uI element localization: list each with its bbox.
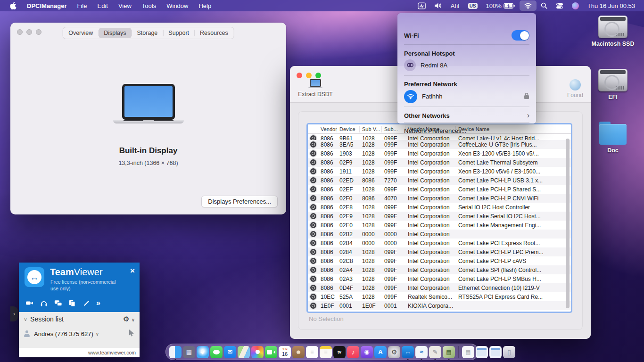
dock-item-system-preferences[interactable]: ⚙ (388, 346, 400, 358)
table-row[interactable]: 808602841028099FIntel CorporationComet L… (308, 247, 571, 256)
table-row[interactable]: 808602EF1028099FIntel CorporationComet L… (308, 185, 571, 194)
apple-menu[interactable] (5, 0, 22, 11)
activity-monitor-icon[interactable] (413, 0, 430, 11)
copy-icon[interactable] (69, 300, 76, 307)
table-row[interactable]: 80863EA51028099FIntel CorporationCoffeeL… (308, 140, 571, 149)
video-icon[interactable] (25, 300, 33, 306)
siri-icon[interactable] (568, 0, 583, 11)
column-header[interactable]: Sub... (382, 126, 405, 132)
dock-item-minimized-window-1[interactable] (476, 346, 488, 358)
dock-item-podcasts[interactable]: ◉ (361, 346, 373, 358)
dock-item-teamviewer[interactable]: ↔ (402, 346, 414, 358)
tab-overview[interactable]: Overview (63, 28, 98, 38)
dock-item-mail[interactable]: ✉ (224, 346, 236, 358)
menu-help[interactable]: Help (193, 0, 216, 11)
gear-icon[interactable]: ⚙ ∨ (123, 315, 135, 323)
app-menu-title[interactable]: DPCIManager (22, 0, 72, 11)
volume-icon[interactable] (430, 0, 446, 11)
dock-item-contacts[interactable]: ☻ (292, 346, 305, 358)
dock-item-minimized-window-2[interactable] (489, 346, 502, 358)
table-row[interactable]: 808602E91028099FIntel CorporationComet L… (308, 212, 571, 221)
spotlight-icon[interactable] (537, 0, 552, 11)
menu-edit[interactable]: Edit (92, 0, 113, 11)
dock-item-document[interactable]: ▤ (462, 346, 474, 358)
dock-item-calendar[interactable]: JUN16 (279, 346, 291, 358)
session-user-row[interactable]: Andres (776 375 627) ∨ (19, 328, 140, 340)
pci-device-table[interactable]: VendorDeviceSub V...Sub...Vendor NameDev… (308, 124, 571, 312)
dock-item-dpcimanager[interactable]: ▤ (443, 346, 455, 358)
hotspot-network-item[interactable]: Redmi 8A (404, 59, 529, 71)
dock-item-facetime[interactable] (265, 346, 277, 358)
window-controls[interactable] (17, 29, 41, 35)
dock-item-notes[interactable]: ≡ (320, 346, 332, 358)
column-header[interactable]: Vendor (318, 126, 337, 132)
tab-storage[interactable]: Storage (132, 28, 163, 38)
minimize-button[interactable] (306, 73, 312, 78)
headset-icon[interactable] (40, 300, 48, 307)
table-row[interactable]: 808602C81028099FIntel CorporationComet L… (308, 256, 571, 265)
menu-file[interactable]: File (72, 0, 92, 11)
wifi-status-icon[interactable] (520, 0, 537, 11)
menu-tools[interactable]: Tools (137, 0, 161, 11)
menu-window[interactable]: Window (161, 0, 193, 11)
menu-view[interactable]: View (113, 0, 137, 11)
tab-support[interactable]: Support (163, 28, 194, 38)
dock-item-maciasl[interactable]: ✎ (429, 346, 441, 358)
dock-item-reminders[interactable]: ≡ (306, 346, 318, 358)
extract-dsdt-tool[interactable]: Extract DSDT (294, 79, 337, 98)
table-row[interactable]: 808602A31028099FIntel CorporationComet L… (308, 274, 571, 283)
network-preferences-item[interactable]: Network Preferences... (404, 125, 529, 136)
table-row[interactable]: 808602ED80867270Intel CorporationComet L… (308, 176, 571, 185)
control-center-icon[interactable] (552, 0, 568, 11)
desktop-icon-efi[interactable]: EFI (585, 69, 641, 100)
username-status[interactable]: Afif (446, 0, 464, 11)
close-button[interactable] (297, 73, 302, 78)
clock-status[interactable]: Thu 16 Jun 00.53 (583, 0, 639, 11)
table-row[interactable]: 808602B200000000Intel Corporation (308, 230, 571, 239)
table-row[interactable]: 808602F91028099FIntel CorporationComet L… (308, 158, 571, 167)
table-row[interactable]: 808602E01028099FIntel CorporationComet L… (308, 221, 571, 230)
tab-resources[interactable]: Resources (195, 28, 233, 38)
chat-icon[interactable] (54, 300, 62, 307)
column-header[interactable]: Sub V... (360, 126, 382, 132)
dock-item-maps[interactable] (238, 346, 250, 358)
zoom-button[interactable] (36, 29, 41, 35)
table-row[interactable]: 808619031028099FIntel CorporationXeon E3… (308, 149, 571, 158)
panel-collapse-tab[interactable]: › (10, 306, 18, 321)
desktop-icon-doc[interactable]: Doc (585, 120, 641, 154)
dock-item-app-store[interactable]: A (374, 346, 387, 358)
table-row[interactable]: 808602B400000000Intel CorporationComet L… (308, 239, 571, 247)
dock-item-finder[interactable] (169, 346, 182, 358)
tab-displays[interactable]: Displays (99, 28, 131, 38)
input-source-status[interactable]: US (464, 0, 482, 11)
session-list-row[interactable]: ∨ Session list ⚙ ∨ (19, 312, 140, 326)
table-row[interactable]: 1E0F00011E0F0001KIOXIA Corpora... (308, 301, 571, 310)
table-row[interactable]: 808602F080864070Intel CorporationComet L… (308, 194, 571, 203)
dock-item-safari[interactable]: ▶ (197, 346, 209, 358)
more-icon[interactable]: » (96, 299, 100, 307)
dock-item-photos[interactable] (251, 346, 264, 358)
teamviewer-website[interactable]: www.teamviewer.com (88, 350, 136, 355)
wifi-toggle[interactable] (512, 30, 529, 41)
table-body[interactable]: 80869B611028099FIntel CorporationComet L… (308, 134, 571, 310)
dock-item-messages[interactable] (210, 346, 223, 358)
table-row[interactable]: 10EC525A1028099FRealtek Semico...RTS525A… (308, 292, 571, 301)
displays-preferences-button[interactable]: Displays Preferences... (201, 196, 278, 207)
dock-item-trash[interactable]: ▯ (503, 346, 515, 358)
dock-item-intel-power-gadget[interactable]: ≈ (415, 346, 428, 358)
desktop-icon-macintosh-ssd[interactable]: Macintosh SSD (585, 16, 641, 47)
table-scrollbar[interactable] (566, 139, 570, 308)
window-controls[interactable] (297, 73, 321, 78)
dock-item-apple-tv[interactable]: tv (333, 346, 346, 358)
dock-item-music[interactable]: ♪ (347, 346, 359, 358)
other-networks-item[interactable]: Other Networks › (404, 110, 529, 121)
zoom-button[interactable] (315, 73, 321, 78)
minimize-button[interactable] (26, 29, 32, 35)
table-row[interactable]: 80860D4F1028099FIntel CorporationEtherne… (308, 283, 571, 292)
battery-status[interactable]: 100% (482, 0, 520, 11)
table-row[interactable]: 808602A41028099FIntel CorporationComet L… (308, 265, 571, 274)
column-header[interactable]: Device (337, 126, 360, 132)
table-row[interactable]: 808619111028099FIntel CorporationXeon E3… (308, 167, 571, 176)
preferred-network-item[interactable]: Fatihhh (404, 90, 529, 103)
table-row[interactable]: 808602E81028099FIntel CorporationSerial … (308, 203, 571, 212)
